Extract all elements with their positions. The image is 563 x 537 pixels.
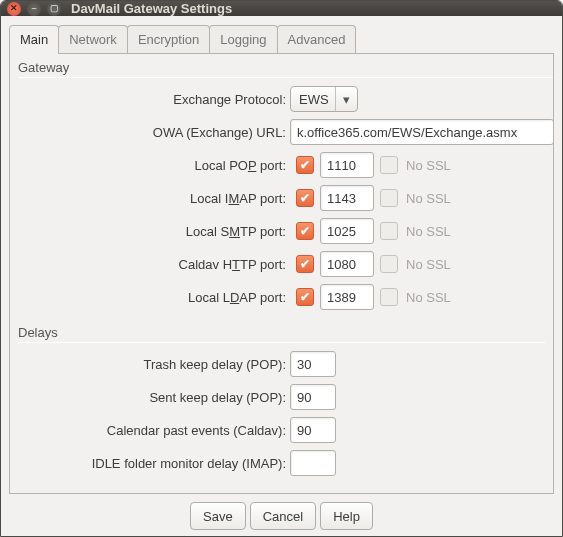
delay-label: IDLE folder monitor delay (IMAP): (18, 456, 290, 471)
port-enable-checkbox[interactable]: ✔ (296, 222, 314, 240)
tab-encryption[interactable]: Encryption (127, 25, 210, 53)
port-enable-checkbox[interactable]: ✔ (296, 288, 314, 306)
cancel-button[interactable]: Cancel (250, 502, 316, 530)
port-label: Local IMAP port: (18, 191, 290, 206)
protocol-value: EWS (299, 92, 329, 107)
delay-input[interactable] (290, 450, 336, 476)
chevron-down-icon: ▾ (335, 87, 357, 111)
port-enable-checkbox[interactable]: ✔ (296, 189, 314, 207)
titlebar[interactable]: ✕ – ▢ DavMail Gateway Settings (1, 1, 562, 16)
url-label: OWA (Exchange) URL: (18, 125, 290, 140)
nossl-label: No SSL (406, 257, 451, 272)
port-enable-checkbox[interactable]: ✔ (296, 156, 314, 174)
nossl-label: No SSL (406, 191, 451, 206)
button-bar: Save Cancel Help (9, 494, 554, 537)
minimize-icon[interactable]: – (27, 2, 41, 16)
maximize-icon[interactable]: ▢ (47, 2, 61, 16)
nossl-label: No SSL (406, 158, 451, 173)
port-label: Local SMTP port: (18, 224, 290, 239)
tab-logging[interactable]: Logging (209, 25, 277, 53)
nossl-checkbox (380, 156, 398, 174)
url-input[interactable] (290, 119, 554, 145)
save-button[interactable]: Save (190, 502, 246, 530)
delays-group: Delays Trash keep delay (POP):Sent keep … (18, 319, 545, 481)
gateway-legend: Gateway (18, 54, 69, 77)
port-enable-checkbox[interactable]: ✔ (296, 255, 314, 273)
port-label: Caldav HTTP port: (18, 257, 290, 272)
tab-advanced[interactable]: Advanced (277, 25, 357, 53)
port-input[interactable] (320, 251, 374, 277)
port-label: Local POP port: (18, 158, 290, 173)
nossl-label: No SSL (406, 224, 451, 239)
help-button[interactable]: Help (320, 502, 373, 530)
protocol-select[interactable]: EWS ▾ (290, 86, 358, 112)
port-label: Local LDAP port: (18, 290, 290, 305)
nossl-checkbox (380, 222, 398, 240)
tab-main[interactable]: Main (9, 25, 59, 54)
port-input[interactable] (320, 284, 374, 310)
port-input[interactable] (320, 185, 374, 211)
delay-input[interactable] (290, 351, 336, 377)
nossl-checkbox (380, 255, 398, 273)
settings-window: ✕ – ▢ DavMail Gateway Settings Main Netw… (0, 0, 563, 537)
delay-label: Calendar past events (Caldav): (18, 423, 290, 438)
delay-label: Sent keep delay (POP): (18, 390, 290, 405)
window-title: DavMail Gateway Settings (71, 1, 232, 16)
delays-legend: Delays (18, 319, 58, 342)
delay-input[interactable] (290, 384, 336, 410)
delay-label: Trash keep delay (POP): (18, 357, 290, 372)
port-input[interactable] (320, 152, 374, 178)
close-icon[interactable]: ✕ (7, 2, 21, 16)
tab-panel-main: Gateway Exchange Protocol: EWS ▾ OWA (Ex… (9, 53, 554, 494)
tab-network[interactable]: Network (58, 25, 128, 53)
protocol-label: Exchange Protocol: (18, 92, 290, 107)
gateway-group: Gateway Exchange Protocol: EWS ▾ OWA (Ex… (18, 54, 554, 315)
delay-input[interactable] (290, 417, 336, 443)
nossl-checkbox (380, 189, 398, 207)
tab-bar: Main Network Encryption Logging Advanced (9, 24, 554, 53)
port-input[interactable] (320, 218, 374, 244)
nossl-checkbox (380, 288, 398, 306)
nossl-label: No SSL (406, 290, 451, 305)
